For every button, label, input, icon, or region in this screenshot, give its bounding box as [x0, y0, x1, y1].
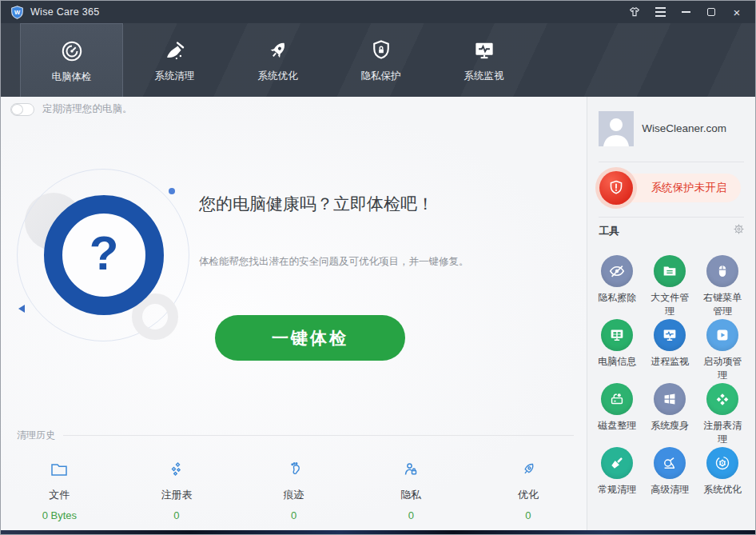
tab-system-cleaner[interactable]: 系统清理: [123, 23, 226, 97]
tools-grid: 隐私擦除 大文件管理 右键菜单管理: [591, 255, 752, 511]
rocket-outline-icon: [519, 460, 538, 482]
sidebar: WiseCleaner.com 系统保护未开启 工具: [587, 97, 755, 530]
windows-logo-icon: [654, 383, 686, 415]
eye-off-icon: [601, 255, 633, 287]
tools-settings-gear-icon[interactable]: [732, 222, 746, 239]
svg-text:W: W: [14, 9, 21, 16]
shield-lock-icon: [369, 37, 393, 64]
tool-startup-manager[interactable]: 启动项管理: [696, 319, 749, 383]
warning-shield-icon[interactable]: [595, 167, 637, 209]
mouse-icon: [706, 255, 738, 287]
tab-label: 系统清理: [155, 70, 195, 83]
account-name[interactable]: WiseCleaner.com: [642, 122, 726, 134]
tool-privacy-eraser[interactable]: 隐私擦除: [591, 255, 643, 319]
tool-process-monitor[interactable]: 进程监视: [643, 319, 696, 383]
decor-blue-dot: [169, 188, 175, 194]
main-nav: 电脑体检 系统清理 系统优化 隐私保护 系统监视: [1, 23, 755, 97]
vacuum-icon: [654, 447, 686, 479]
avatar[interactable]: [599, 111, 634, 146]
rocket-icon: [266, 37, 290, 64]
tool-advanced-cleaner[interactable]: 高级清理: [643, 447, 696, 511]
gear-ring-icon: [706, 447, 738, 479]
schedule-clean-toggle[interactable]: [10, 103, 34, 116]
protection-warning-label: 系统保护未开启: [651, 181, 727, 195]
history-item-traces: 痕迹 0: [235, 460, 352, 521]
history-item-tuneup: 优化 0: [470, 460, 587, 521]
monitor-wave-icon: [654, 319, 686, 351]
brush-icon: [601, 447, 633, 479]
tab-label: 电脑体检: [52, 70, 92, 84]
tool-context-menu-manager[interactable]: 右键菜单管理: [696, 255, 749, 319]
folder-icon: [50, 460, 69, 482]
tab-pc-checkup[interactable]: 电脑体检: [20, 23, 123, 97]
tool-big-file-manager[interactable]: 大文件管理: [643, 255, 696, 319]
tool-system-tuneup[interactable]: 系统优化: [696, 447, 749, 511]
play-square-icon: [706, 319, 738, 351]
broom-icon: [163, 37, 187, 64]
tool-system-slimming[interactable]: 系统瘦身: [643, 383, 696, 447]
sidebar-divider: [599, 162, 744, 162]
radar-icon: [60, 38, 84, 65]
tab-label: 系统监视: [464, 70, 504, 83]
tab-label: 隐私保护: [361, 70, 401, 83]
health-question-illustration: ?: [10, 167, 198, 347]
tab-system-tuneup[interactable]: 系统优化: [226, 23, 329, 97]
big-file-icon: [654, 255, 686, 287]
person-lock-icon: [401, 460, 420, 482]
one-click-checkup-button[interactable]: 一键体检: [215, 315, 405, 361]
history-item-privacy: 隐私 0: [352, 460, 470, 521]
maximize-icon[interactable]: [701, 3, 722, 21]
desktop-edge: [1, 530, 755, 534]
tab-privacy-protector[interactable]: 隐私保护: [329, 23, 432, 97]
tool-common-cleaner[interactable]: 常规清理: [591, 447, 643, 511]
window-controls: ×: [624, 3, 747, 21]
minimize-icon[interactable]: [675, 3, 696, 21]
hero-description: 体检能帮您找出潜在的安全问题及可优化项目，并一键修复。: [199, 255, 469, 269]
footprint-icon: [284, 460, 304, 482]
titlebar: W Wise Care 365 ×: [1, 1, 755, 23]
app-logo-icon: W: [10, 6, 24, 19]
question-mark: ?: [90, 226, 119, 281]
decor-blue-triangle: [18, 305, 25, 313]
theme-skin-icon[interactable]: [624, 3, 645, 21]
tool-disk-defrag[interactable]: 磁盘整理: [591, 383, 643, 447]
checkup-panel: 定期清理您的电脑。 ? 您的电脑健康吗？立即体检吧！ 体检能帮您找出潜在的安全问…: [1, 97, 587, 530]
disk-icon: [601, 383, 633, 415]
sidebar-divider: [599, 217, 744, 218]
tool-pc-information[interactable]: 电脑信息: [591, 319, 643, 383]
monitor-pulse-icon: [472, 37, 496, 64]
history-title: 清理历史: [17, 429, 55, 442]
diamonds-icon: [706, 383, 738, 415]
history-item-files: 文件 0 Bytes: [1, 460, 118, 521]
wise-care-365-window: W Wise Care 365 × 电脑体检 系统清理: [0, 0, 756, 535]
schedule-clean-label: 定期清理您的电脑。: [42, 102, 133, 116]
monitor-grid-icon: [601, 319, 633, 351]
close-icon[interactable]: ×: [726, 3, 747, 21]
cleaning-history: 清理历史 文件 0 Bytes 注册表: [1, 429, 587, 521]
tab-system-monitor[interactable]: 系统监视: [432, 23, 535, 97]
history-divider: [63, 435, 574, 436]
tools-title: 工具: [599, 224, 619, 238]
app-title: Wise Care 365: [30, 6, 624, 18]
hero-heading: 您的电脑健康吗？立即体检吧！: [199, 193, 434, 215]
tab-label: 系统优化: [258, 70, 298, 83]
question-ring: ?: [44, 195, 164, 315]
registry-diamonds-icon: [167, 460, 186, 482]
history-item-registry: 注册表 0: [118, 460, 236, 521]
tool-registry-cleaner[interactable]: 注册表清理: [696, 383, 749, 447]
menu-icon[interactable]: [650, 3, 670, 21]
